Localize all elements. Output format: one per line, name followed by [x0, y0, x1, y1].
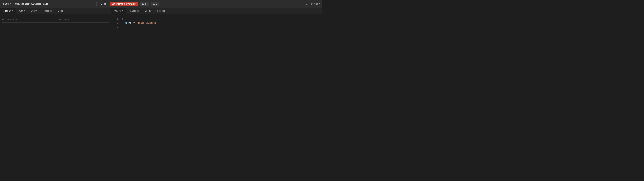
tab-header[interactable]: Header 1 — [39, 8, 55, 14]
code-line-2: 2 "msg": "No image uploaded." — [111, 21, 322, 25]
url-input[interactable] — [14, 2, 94, 6]
code-line-1: 1 ▾ { — [111, 17, 322, 21]
tab-auth[interactable]: Auth — [16, 8, 28, 14]
status-badge: 500 Internal Server Error — [110, 2, 138, 6]
gear-icon: ⚙ — [2, 18, 5, 21]
main-content: Multipart Auth Query Header 1 Docs — [0, 8, 322, 90]
status-code: 500 — [112, 2, 116, 5]
tab-response-header[interactable]: Header 7 — [126, 8, 142, 14]
json-colon: : — [130, 22, 133, 24]
value-field[interactable] — [58, 18, 109, 21]
tab-header-label: Header — [42, 10, 49, 12]
right-panel: Preview Header 7 Cookie Timeline — [111, 8, 322, 90]
method-label: POST — [3, 2, 9, 5]
code-lines: 1 ▾ { 2 "msg": "No image uploaded." — [111, 16, 322, 30]
response-body: 1 ▾ { 2 "msg": "No image uploaded." — [111, 14, 322, 90]
code-line-3: 3 } — [111, 25, 322, 29]
left-tab-bar: Multipart Auth Query Header 1 Docs — [0, 8, 110, 14]
tab-query-label: Query — [31, 10, 36, 12]
tab-preview[interactable]: Preview — [111, 8, 126, 14]
tab-response-header-label: Header — [129, 10, 136, 12]
left-panel: Multipart Auth Query Header 1 Docs — [0, 8, 111, 90]
tab-auth-chevron-icon — [24, 10, 25, 11]
left-panel-body: ⚙ — [0, 14, 110, 90]
status-text: Internal Server Error — [116, 2, 136, 5]
send-button[interactable]: Send — [99, 2, 108, 6]
app-container: POST Send 500 Internal Server Error 22 m… — [0, 0, 322, 90]
name-field[interactable] — [6, 18, 57, 21]
method-chevron-icon — [10, 3, 11, 4]
right-tab-bar: Preview Header 7 Cookie Timeline — [111, 8, 322, 14]
tab-multipart[interactable]: Multipart — [0, 8, 16, 14]
code-key-value: "msg": "No image uploaded." — [124, 21, 159, 25]
line-num-1: 1 — [113, 17, 118, 21]
tab-query[interactable]: Query — [28, 8, 39, 14]
top-bar: POST Send 500 Internal Server Error 22 m… — [0, 0, 322, 8]
code-brace-open: { — [122, 17, 123, 21]
tab-auth-label: Auth — [18, 10, 23, 12]
json-value-msg: "No image uploaded." — [133, 22, 159, 24]
timestamp-chevron-icon — [319, 3, 320, 4]
timestamp-text: 5 Hours Ago — [306, 2, 318, 5]
timestamp: 5 Hours Ago — [306, 2, 320, 5]
tab-cookie[interactable]: Cookie — [142, 8, 154, 14]
line-toggle-1[interactable]: ▾ — [120, 17, 121, 21]
line-num-2: 2 — [113, 21, 118, 25]
code-brace-close: } — [120, 25, 122, 29]
tab-preview-chevron-icon — [122, 10, 123, 11]
line-num-3: 3 — [113, 25, 118, 29]
response-size-badge: 28 B — [151, 2, 159, 6]
tab-docs[interactable]: Docs — [55, 8, 66, 14]
form-row: ⚙ — [2, 16, 108, 22]
tab-timeline-label: Timeline — [157, 10, 165, 12]
tab-timeline[interactable]: Timeline — [154, 8, 168, 14]
method-selector[interactable]: POST — [2, 2, 12, 6]
tab-header-badge: 1 — [50, 10, 53, 12]
tab-multipart-label: Multipart — [3, 10, 11, 12]
tab-multipart-chevron-icon — [12, 10, 13, 11]
tab-docs-label: Docs — [58, 10, 63, 12]
tab-response-header-badge: 7 — [137, 10, 139, 12]
tab-cookie-label: Cookie — [144, 10, 151, 12]
json-key-msg: "msg" — [124, 22, 130, 24]
response-time-badge: 22 ms — [140, 2, 149, 6]
tab-preview-label: Preview — [113, 10, 121, 12]
